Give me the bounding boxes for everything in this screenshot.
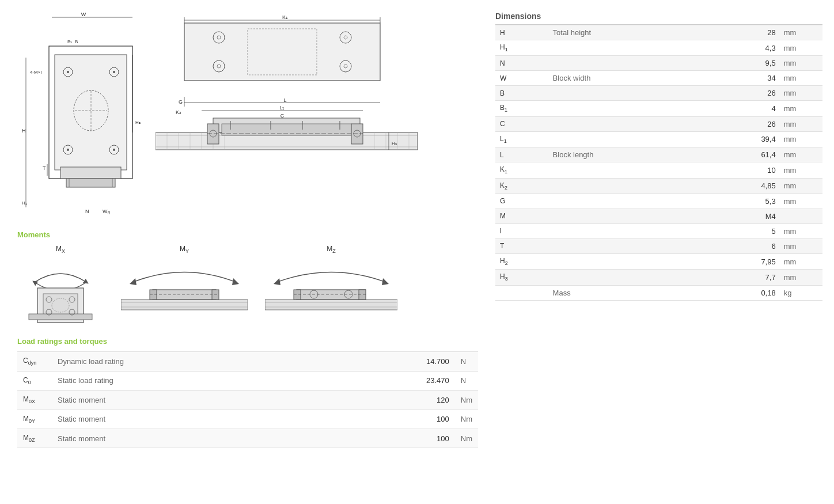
dim-table-row: N9,5mm <box>495 56 822 71</box>
load-ratings-table: CdynDynamic load rating14.700NC0Static l… <box>17 351 478 448</box>
svg-rect-99 <box>265 300 397 310</box>
lr-value: 120 <box>409 391 455 410</box>
lr-description: Static moment <box>52 391 409 410</box>
dim-table-row: Mass0,18kg <box>495 285 822 300</box>
lr-description: Dynamic load rating <box>52 352 409 371</box>
dim-description <box>548 116 707 131</box>
dim-description: Block width <box>548 71 707 86</box>
dim-value: 39,4 <box>706 131 780 147</box>
svg-text:H: H <box>22 128 26 134</box>
moment-mz: MZ <box>265 245 397 325</box>
moment-mx-diagram <box>17 256 104 325</box>
dim-value: 0,18 <box>706 285 780 300</box>
svg-marker-88 <box>232 278 239 285</box>
svg-marker-89 <box>130 278 137 285</box>
svg-text:G: G <box>179 99 183 105</box>
dim-value: 7,7 <box>706 270 780 285</box>
dim-description <box>548 238 707 253</box>
lr-symbol: M0Z <box>17 429 52 448</box>
dim-value: 4 <box>706 101 780 116</box>
svg-point-11 <box>67 71 69 73</box>
right-panel: Dimensions HTotal height28mmH14,3mmN9,5m… <box>495 6 822 454</box>
dim-value: M4 <box>706 209 780 223</box>
svg-rect-21 <box>60 167 121 179</box>
svg-text:H₃: H₃ <box>392 141 397 146</box>
moments-row: MX <box>17 245 478 325</box>
dim-table-row: L139,4mm <box>495 131 822 147</box>
moment-mx-label: MX <box>56 245 65 254</box>
dim-symbol: L <box>495 147 548 162</box>
dim-symbol: G <box>495 194 548 209</box>
dim-unit: mm <box>780 71 822 86</box>
dim-unit: kg <box>780 285 822 300</box>
dim-value: 61,4 <box>706 147 780 162</box>
dim-symbol: H2 <box>495 253 548 269</box>
svg-text:K₁: K₁ <box>282 14 288 20</box>
dim-value: 4,3 <box>706 40 780 56</box>
svg-rect-102 <box>359 290 366 300</box>
dim-value: 26 <box>706 116 780 131</box>
svg-rect-93 <box>212 290 219 300</box>
dim-table-row: LBlock length61,4mm <box>495 147 822 162</box>
dim-value: 5,3 <box>706 194 780 209</box>
svg-text:H₂: H₂ <box>135 120 141 125</box>
svg-text:N: N <box>85 209 89 214</box>
moments-section: Moments MX <box>17 230 478 325</box>
dim-unit: mm <box>780 56 822 71</box>
dim-table-row: MM4 <box>495 209 822 223</box>
dim-description <box>548 178 707 194</box>
svg-rect-92 <box>150 290 157 300</box>
dim-value: 5 <box>706 223 780 238</box>
lr-value: 100 <box>409 429 455 448</box>
dim-value: 7,95 <box>706 253 780 269</box>
svg-text:B₁: B₁ <box>67 39 72 44</box>
dim-symbol: M <box>495 209 548 223</box>
dim-unit: mm <box>780 194 822 209</box>
dim-value: 26 <box>706 86 780 101</box>
dim-unit: mm <box>780 238 822 253</box>
dim-description <box>548 131 707 147</box>
moment-mx: MX <box>17 245 104 325</box>
dim-unit: mm <box>780 253 822 269</box>
svg-text:W: W <box>81 12 86 17</box>
svg-text:T: T <box>43 165 46 171</box>
dim-description <box>548 86 707 101</box>
dim-value: 6 <box>706 238 780 253</box>
dim-table-row: C26mm <box>495 116 822 131</box>
dim-unit: mm <box>780 223 822 238</box>
moment-my-diagram <box>121 256 248 325</box>
dim-table-row: H37,7mm <box>495 270 822 285</box>
svg-rect-101 <box>294 290 301 300</box>
lr-unit: Nm <box>455 391 478 410</box>
dim-value: 9,5 <box>706 56 780 71</box>
lr-table-row: M0YStatic moment100Nm <box>17 410 478 429</box>
dim-symbol <box>495 285 548 300</box>
dim-table-row: G5,3mm <box>495 194 822 209</box>
lr-table-row: CdynDynamic load rating14.700N <box>17 352 478 371</box>
lr-value: 100 <box>409 410 455 429</box>
dim-unit <box>780 209 822 223</box>
lr-unit: Nm <box>455 410 478 429</box>
side-view-drawing: K₁ G L <box>156 12 420 219</box>
dim-symbol: B <box>495 86 548 101</box>
dim-table-row: B26mm <box>495 86 822 101</box>
lr-unit: Nm <box>455 429 478 448</box>
svg-rect-22 <box>66 179 115 187</box>
svg-point-17 <box>113 149 115 151</box>
lr-symbol: M0Y <box>17 410 52 429</box>
dim-symbol: H <box>495 25 548 40</box>
lr-description: Static moment <box>52 429 409 448</box>
dim-description <box>548 209 707 223</box>
moment-mz-label: MZ <box>327 245 336 254</box>
svg-rect-71 <box>351 124 363 144</box>
dim-table-row: WBlock width34mm <box>495 71 822 86</box>
svg-text:L₁: L₁ <box>279 105 285 111</box>
svg-text:H₁: H₁ <box>22 200 27 206</box>
dim-value: 4,85 <box>706 178 780 194</box>
dim-description <box>548 270 707 285</box>
svg-rect-69 <box>207 124 219 144</box>
dim-description <box>548 223 707 238</box>
dim-unit: mm <box>780 178 822 194</box>
dim-unit: mm <box>780 270 822 285</box>
dim-unit: mm <box>780 131 822 147</box>
